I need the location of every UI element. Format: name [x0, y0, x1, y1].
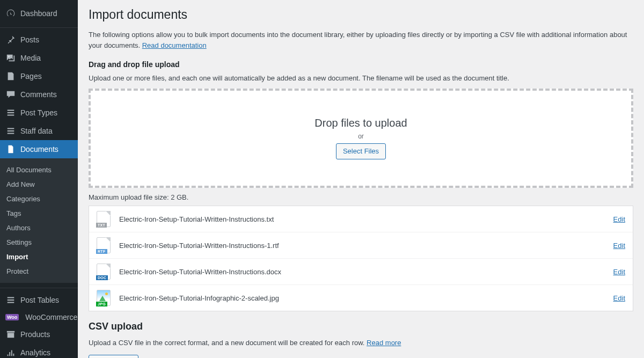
sidebar-item-label: WooCommerce [25, 313, 77, 322]
sidebar-item-pages[interactable]: Pages [0, 67, 78, 85]
image-file-icon: JPG [97, 290, 111, 306]
submenu-item-settings[interactable]: Settings [0, 235, 78, 250]
sidebar-item-post-types[interactable]: Post Types [0, 104, 78, 122]
list-icon [5, 107, 16, 118]
sidebar-item-dashboard[interactable]: Dashboard [0, 4, 78, 23]
chart-icon [5, 347, 16, 358]
csv-description: Upload a CSV file in the correct format,… [89, 338, 633, 348]
csv-read-more-link[interactable]: Read more [367, 339, 401, 347]
dragdrop-heading: Drag and drop file upload [89, 60, 633, 69]
svg-point-0 [8, 56, 10, 57]
submenu-item-all-documents[interactable]: All Documents [0, 163, 78, 177]
uploaded-file-row: TXTElectric-Iron-Setup-Tutorial-Written-… [89, 206, 633, 232]
main-content: Import documents The following options a… [78, 0, 644, 358]
document-file-icon: RTF [97, 237, 111, 253]
intro-text: The following options allow you to bulk … [89, 30, 633, 50]
submenu-item-add-new[interactable]: Add New [0, 177, 78, 192]
import-csv-button[interactable]: Import CSV [89, 355, 138, 359]
sidebar-item-label: Dashboard [20, 9, 57, 18]
sidebar-item-woocommerce[interactable]: WooWooCommerce [0, 309, 78, 325]
submenu-item-tags[interactable]: Tags [0, 206, 78, 221]
archive-icon [5, 329, 16, 340]
pin-icon [5, 34, 16, 45]
csv-heading: CSV upload [89, 321, 633, 332]
submenu-item-categories[interactable]: Categories [0, 192, 78, 206]
document-file-icon: DOC [97, 264, 111, 280]
sidebar-item-label: Post Types [20, 108, 57, 117]
uploaded-file-list: TXTElectric-Iron-Setup-Tutorial-Written-… [89, 206, 633, 311]
doc-icon [5, 144, 16, 155]
sidebar-item-post-tables[interactable]: Post Tables [0, 291, 78, 309]
uploaded-file-row: DOCElectric-Iron-Setup-Tutorial-Written-… [89, 259, 633, 285]
sidebar-item-staff-data[interactable]: Staff data [0, 122, 78, 140]
media-icon [5, 53, 16, 63]
sidebar-item-media[interactable]: Media [0, 49, 78, 67]
sidebar-item-label: Products [20, 330, 50, 339]
max-upload-text: Maximum upload file size: 2 GB. [89, 193, 633, 201]
submenu-item-authors[interactable]: Authors [0, 221, 78, 235]
document-file-icon: TXT [97, 211, 111, 227]
page-title: Import documents [89, 8, 633, 22]
edit-file-link[interactable]: Edit [613, 294, 625, 302]
edit-file-link[interactable]: Edit [613, 215, 625, 223]
admin-sidebar: DashboardPostsMediaPagesCommentsPost Typ… [0, 0, 78, 358]
sidebar-item-products[interactable]: Products [0, 325, 78, 344]
list-icon [5, 126, 16, 136]
read-documentation-link[interactable]: Read documentation [142, 41, 207, 49]
sidebar-item-label: Staff data [20, 127, 53, 135]
file-name: Electric-Iron-Setup-Tutorial-Infographic… [119, 294, 605, 302]
sidebar-item-posts[interactable]: Posts [0, 31, 78, 49]
dashboard-icon [5, 8, 16, 19]
sidebar-item-label: Documents [20, 145, 58, 154]
sidebar-item-label: Post Tables [20, 296, 59, 304]
submenu-item-import[interactable]: Import [0, 250, 78, 264]
file-name: Electric-Iron-Setup-Tutorial-Written-Ins… [119, 215, 605, 223]
edit-file-link[interactable]: Edit [613, 268, 625, 276]
sidebar-item-label: Pages [20, 72, 42, 81]
edit-file-link[interactable]: Edit [613, 242, 625, 250]
submenu-item-protect[interactable]: Protect [0, 264, 78, 279]
sidebar-item-label: Media [20, 54, 41, 62]
uploaded-file-row: RTFElectric-Iron-Setup-Tutorial-Written-… [89, 232, 633, 259]
file-name: Electric-Iron-Setup-Tutorial-Written-Ins… [119, 268, 605, 276]
sidebar-item-label: Analytics [20, 348, 50, 357]
list-icon [5, 295, 16, 305]
uploaded-file-row: JPGElectric-Iron-Setup-Tutorial-Infograp… [89, 285, 633, 311]
sidebar-item-label: Posts [20, 35, 39, 44]
sidebar-item-documents[interactable]: Documents [0, 140, 78, 158]
dropzone-or: or [358, 133, 364, 140]
file-dropzone[interactable]: Drop files to upload or Select Files [89, 89, 633, 188]
comment-icon [5, 89, 16, 100]
page-icon [5, 71, 16, 82]
sidebar-item-analytics[interactable]: Analytics [0, 344, 78, 358]
woo-icon: Woo [5, 314, 19, 320]
sidebar-item-comments[interactable]: Comments [0, 85, 78, 104]
dragdrop-help: Upload one or more files, and each one w… [89, 74, 633, 82]
documents-submenu: All DocumentsAdd NewCategoriesTagsAuthor… [0, 158, 78, 283]
file-name: Electric-Iron-Setup-Tutorial-Written-Ins… [119, 242, 605, 250]
select-files-button[interactable]: Select Files [336, 143, 386, 159]
dropzone-title: Drop files to upload [314, 117, 407, 129]
sidebar-item-label: Comments [20, 90, 57, 99]
